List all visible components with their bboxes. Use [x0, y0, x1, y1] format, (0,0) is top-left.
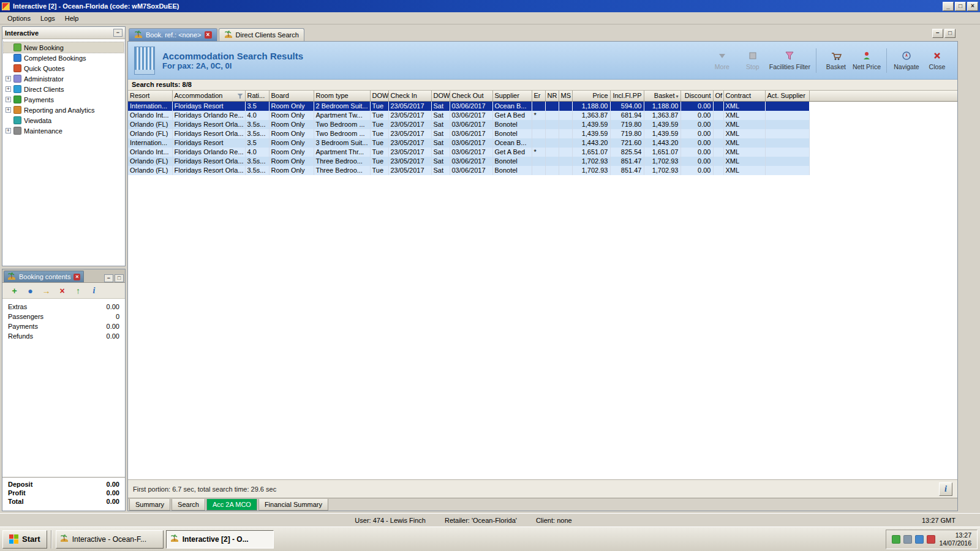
minimize-button[interactable]: _ — [943, 2, 954, 11]
cell: 0.00 — [680, 111, 713, 120]
column-header-nr[interactable]: NR — [545, 91, 559, 101]
expand-icon[interactable]: + — [6, 97, 11, 102]
basket-button[interactable]: Basket — [822, 47, 850, 75]
world-icon[interactable]: ● — [26, 286, 35, 296]
expand-icon[interactable]: + — [6, 128, 11, 133]
column-header-accommodation[interactable]: Accommodation — [172, 91, 245, 101]
close-tab-icon[interactable]: × — [205, 31, 212, 39]
cell: 23/05/2017 — [388, 120, 431, 129]
close-tab-icon[interactable]: × — [74, 274, 80, 280]
filter-funnel-icon[interactable] — [238, 94, 243, 99]
table-row[interactable]: Orlando Int...Floridays Orlando Re...4.0… — [128, 111, 957, 120]
cell: Orlando (FL) — [128, 166, 172, 175]
menu-item-help[interactable]: Help — [60, 13, 84, 23]
navigate-button[interactable]: Navigate — [892, 47, 921, 75]
close-icon — [933, 51, 941, 61]
cell: 1,188.00 — [572, 101, 610, 111]
table-row[interactable]: Orlando (FL)Floridays Resort Orla...3.5s… — [128, 129, 957, 138]
cell: 0.00 — [680, 166, 713, 175]
taskbar-clock: 13:27 14/07/2016 — [939, 531, 971, 547]
tab-financial-summary[interactable]: Financial Summary — [258, 499, 328, 511]
tab-acc-2a-mco[interactable]: Acc 2A MCO — [206, 499, 257, 511]
column-header-room-type[interactable]: Room type — [314, 91, 370, 101]
maximize-button[interactable]: □ — [955, 2, 966, 11]
sidebar-item-quick-quotes[interactable]: +Quick Quotes — [4, 63, 124, 73]
column-header-check-out[interactable]: Check Out — [450, 91, 492, 101]
tab-direct-clients-search[interactable]: Direct Clients Search — [219, 28, 304, 41]
panel-minimize-button[interactable]: − — [104, 274, 113, 282]
sidebar-item-new-booking[interactable]: +New Booking — [4, 42, 124, 53]
collapse-panel-button[interactable]: − — [113, 29, 123, 37]
tray-display-icon[interactable] — [915, 535, 924, 544]
add-icon[interactable]: + — [10, 286, 19, 296]
expand-icon[interactable]: + — [6, 107, 11, 113]
mdi-restore-button[interactable]: □ — [944, 29, 956, 38]
sidebar-item-direct-clients[interactable]: +Direct Clients — [4, 84, 124, 94]
column-header-board[interactable]: Board — [269, 91, 314, 101]
table-row[interactable]: Internation...Floridays Resort3.5Room On… — [128, 138, 957, 148]
tab-search[interactable]: Search — [172, 499, 205, 511]
sidebar-item-completed-bookings[interactable]: +Completed Bookings — [4, 53, 124, 63]
column-header-basket[interactable]: Basket▾ — [644, 91, 680, 101]
table-row[interactable]: Orlando (FL)Floridays Resort Orla...3.5s… — [128, 120, 957, 129]
column-header-supplier[interactable]: Supplier — [492, 91, 532, 101]
expand-icon[interactable]: + — [6, 76, 11, 81]
tab-book-ref-none[interactable]: Book. ref.: <none>× — [129, 28, 217, 41]
column-header-contract[interactable]: Contract — [723, 91, 765, 101]
cell-filler — [809, 129, 957, 138]
column-header-act-supplier[interactable]: Act. Supplier — [765, 91, 809, 101]
column-header-dow[interactable]: DOW — [370, 91, 388, 101]
column-header-price[interactable]: Price — [572, 91, 610, 101]
cell — [765, 148, 809, 157]
info-button[interactable]: i — [939, 482, 952, 496]
results-table[interactable]: ResortAccommodationRati...BoardRoom type… — [128, 91, 957, 175]
panel-maximize-button[interactable]: □ — [115, 274, 124, 282]
cell: Bonotel — [492, 129, 532, 138]
table-row[interactable]: Internation...Floridays Resort3.5Room On… — [128, 101, 957, 111]
taskbar-button-interactive-ocean-f[interactable]: Interactive - Ocean-F... — [56, 530, 164, 549]
cell: 23/05/2017 — [388, 101, 431, 111]
delete-icon[interactable]: × — [58, 286, 67, 296]
quick-quotes-icon — [13, 64, 21, 72]
column-header-check-in[interactable]: Check In — [388, 91, 431, 101]
menu-item-options[interactable]: Options — [2, 13, 36, 23]
nett-price-button[interactable]: Nett Price — [853, 47, 881, 75]
sidebar-item-administrator[interactable]: +Administrator — [4, 73, 124, 84]
booking-contents-tab[interactable]: Booking contents × — [4, 271, 84, 282]
column-header-ms[interactable]: MS — [559, 91, 572, 101]
column-header-discount[interactable]: Discount — [680, 91, 713, 101]
table-row[interactable]: Orlando (FL)Floridays Resort Orla...3.5s… — [128, 157, 957, 166]
sidebar-item-maintenance[interactable]: +Maintenance — [4, 126, 124, 136]
sidebar-item-viewdata[interactable]: +Viewdata — [4, 115, 124, 126]
column-header-of[interactable]: Of — [713, 91, 723, 101]
column-header-rati[interactable]: Rati... — [245, 91, 269, 101]
start-button[interactable]: Start — [2, 530, 47, 549]
column-header-incl-fl-pp[interactable]: Incl.Fl.PP — [610, 91, 644, 101]
taskbar-button-interactive-2-o[interactable]: Interactive [2] - O... — [166, 530, 274, 549]
close-button[interactable]: × — [967, 2, 978, 11]
facilities-filter-button[interactable]: Facilities Filter — [769, 47, 810, 75]
mdi-minimize-button[interactable]: − — [932, 29, 943, 38]
tray-icons — [892, 535, 935, 544]
export-icon[interactable]: → — [42, 286, 51, 296]
column-header-resort[interactable]: Resort — [128, 91, 172, 101]
close-button[interactable]: Close — [923, 47, 951, 75]
tray-alert-icon[interactable] — [927, 535, 935, 544]
cell — [545, 166, 559, 175]
sidebar-item-payments[interactable]: +Payments — [4, 94, 124, 105]
menu-item-logs[interactable]: Logs — [36, 13, 60, 23]
sidebar-item-reporting-and-analytics[interactable]: +Reporting and Analytics — [4, 105, 124, 115]
table-row[interactable]: Orlando (FL)Floridays Resort Orla...3.5s… — [128, 166, 957, 175]
tab-summary[interactable]: Summary — [129, 499, 170, 511]
tray-printer-icon[interactable] — [903, 535, 912, 544]
column-header-er[interactable]: Er — [532, 91, 545, 101]
tray-message-icon[interactable] — [892, 535, 900, 544]
booking-item-label: Deposit — [8, 481, 107, 489]
cell: Floridays Resort — [172, 101, 245, 111]
column-header-dow[interactable]: DOW — [431, 91, 450, 101]
table-row[interactable]: Orlando Int...Floridays Orlando Re...4.0… — [128, 148, 957, 157]
info-icon[interactable]: i — [89, 286, 99, 296]
expand-icon[interactable]: + — [6, 86, 11, 92]
move-up-icon[interactable]: ↑ — [74, 286, 83, 296]
cell: Room Only — [269, 148, 314, 157]
